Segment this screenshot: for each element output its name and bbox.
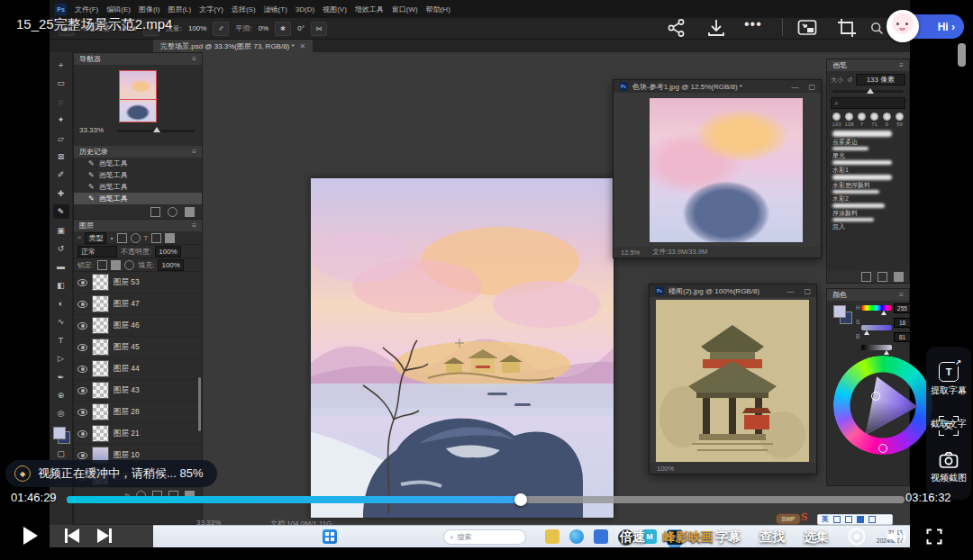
new-group-icon[interactable] [861, 272, 871, 282]
delete-brush-icon[interactable] [894, 272, 904, 282]
filter-shape-icon[interactable] [151, 233, 161, 243]
eraser-tool-icon[interactable]: ▬ [53, 259, 69, 274]
ime-board-icon[interactable] [845, 516, 852, 523]
menu-type[interactable]: 文字(Y) [199, 5, 223, 14]
eyedropper-tool-icon[interactable]: ✐ [53, 167, 69, 182]
menu-help[interactable]: 帮助(H) [426, 5, 450, 14]
layer-opacity-value[interactable]: 100% [155, 246, 180, 257]
subtitles-button[interactable]: 字幕 [715, 529, 741, 546]
menu-3d[interactable]: 3D(D) [296, 5, 314, 14]
slider-marker[interactable] [864, 330, 869, 335]
download-icon[interactable] [706, 18, 726, 38]
speed-button[interactable]: 倍速 [620, 529, 645, 546]
window-zoom[interactable]: 100% [657, 465, 674, 473]
layers-scrollbar[interactable] [198, 377, 201, 431]
files-app-icon[interactable] [545, 529, 559, 544]
layer-row[interactable]: 图层 45 [74, 337, 202, 358]
brush-tool-icon[interactable]: ✎ [53, 204, 69, 219]
layer-thumbnail[interactable] [92, 274, 109, 291]
explorer-app-icon[interactable] [594, 529, 608, 544]
minimize-icon[interactable]: — [791, 83, 798, 91]
filter-pixel-icon[interactable] [117, 233, 127, 243]
ime-toolbar[interactable]: 英 [817, 514, 893, 525]
start-button[interactable] [323, 529, 337, 544]
slider-marker[interactable] [884, 350, 889, 355]
fill-value[interactable]: 100% [158, 259, 183, 271]
filter-adjust-icon[interactable] [131, 233, 141, 243]
slider-thumb[interactable] [867, 88, 874, 94]
brush-preset[interactable]: 59 [894, 113, 905, 127]
navigator-thumbnail[interactable] [119, 70, 157, 122]
layer-row[interactable]: 图层 53 [74, 272, 202, 294]
panel-menu-icon[interactable]: ≡ [192, 220, 196, 231]
brush-size-slider[interactable] [832, 90, 904, 93]
history-item[interactable]: ✎画笔工具 [74, 169, 202, 181]
reset-icon[interactable]: ↺ [847, 77, 852, 84]
path-select-tool-icon[interactable]: ▷ [53, 351, 69, 366]
avatar[interactable] [887, 10, 919, 42]
foreground-color-swatch[interactable] [833, 305, 846, 318]
canvas-artwork[interactable] [311, 178, 614, 518]
play-button[interactable] [23, 527, 38, 545]
gradient-tool-icon[interactable]: ◧ [53, 278, 69, 293]
screenshot-button[interactable]: 视频截图 [931, 451, 967, 484]
smoothing-value[interactable]: 0% [259, 24, 269, 32]
layer-thumbnail[interactable] [92, 317, 109, 334]
brush-angle-value[interactable]: 0° [297, 24, 305, 32]
crop-icon[interactable] [836, 17, 858, 39]
lock-brush-icon[interactable] [111, 260, 121, 270]
stamp-tool-icon[interactable]: ▣ [53, 223, 69, 238]
history-item-selected[interactable]: ✎画笔工具 [74, 193, 202, 204]
brush-preset[interactable]: 6 [881, 113, 893, 127]
ime-lang[interactable]: 英 [822, 515, 829, 524]
eye-icon[interactable] [77, 322, 87, 330]
lock-transparent-icon[interactable] [97, 260, 107, 270]
zoom-tool-icon[interactable]: ◎ [53, 406, 69, 420]
progress-handle[interactable] [514, 493, 527, 506]
quickmask-icon[interactable]: ▢ [53, 447, 69, 461]
panel-menu-icon[interactable]: ≡ [192, 146, 196, 158]
hand-tool-icon[interactable]: ⊕ [53, 388, 69, 402]
eye-icon[interactable] [77, 301, 87, 308]
reference-window-pavilion[interactable]: Ps 楼阁(2).jpg @ 100%(RGB/8) — ▢ [649, 284, 817, 474]
brush-preset[interactable]: 71 [868, 113, 880, 127]
ime-mic-icon[interactable] [833, 516, 841, 523]
layer-row[interactable]: 图层 21 [74, 423, 202, 445]
volume-icon[interactable] [885, 526, 908, 547]
crop-tool-icon[interactable]: ▱ [53, 131, 69, 146]
more-icon[interactable]: ••• [744, 16, 762, 32]
move-tool-icon[interactable]: ＋ [53, 58, 69, 72]
smoothing-gear-icon[interactable]: ✱ [275, 22, 291, 36]
layer-row[interactable]: 图层 43 [74, 380, 202, 402]
dodge-tool-icon[interactable]: ◐ [53, 296, 69, 311]
ime-settings-icon[interactable] [857, 516, 864, 523]
find-button[interactable]: 查找 [759, 529, 785, 546]
episodes-button[interactable]: 选集 [804, 529, 829, 546]
eye-icon[interactable] [77, 344, 87, 351]
pen-tool-icon[interactable]: ✒ [53, 370, 69, 384]
panel-menu-icon[interactable]: ≡ [899, 59, 904, 71]
browser-scrollbar[interactable] [958, 43, 966, 67]
history-new-icon[interactable] [168, 207, 177, 217]
window-titlebar[interactable]: Ps 色块-参考1.jpg @ 12.5%(RGB/8) * — ▢ [614, 80, 821, 93]
prev-button[interactable] [65, 528, 79, 543]
hue-value[interactable]: 255 [894, 303, 910, 313]
eye-icon[interactable] [77, 452, 87, 459]
minimize-icon[interactable]: — [787, 287, 794, 295]
eye-icon[interactable] [77, 366, 87, 373]
layer-thumbnail[interactable] [92, 339, 109, 356]
menu-select[interactable]: 选择(S) [232, 5, 256, 14]
color-wheel-widget[interactable] [833, 356, 932, 455]
brush-preset[interactable]: 138 [843, 113, 855, 127]
navigator-slider-thumb[interactable] [153, 127, 160, 132]
search-icon[interactable] [870, 22, 884, 35]
menu-file[interactable]: 文件(F) [75, 5, 98, 14]
layer-thumbnail[interactable] [92, 360, 109, 377]
history-item[interactable]: ✎画笔工具 [74, 158, 202, 169]
layer-row[interactable]: 图层 28 [74, 402, 202, 423]
blend-mode-dropdown[interactable]: 正常 [77, 246, 117, 257]
marquee-tool-icon[interactable]: ▭ [53, 76, 69, 90]
brush-item[interactable]: 水彩肥厚颜料 [832, 175, 904, 190]
eye-icon[interactable] [77, 279, 87, 286]
lock-move-icon[interactable] [124, 260, 134, 270]
